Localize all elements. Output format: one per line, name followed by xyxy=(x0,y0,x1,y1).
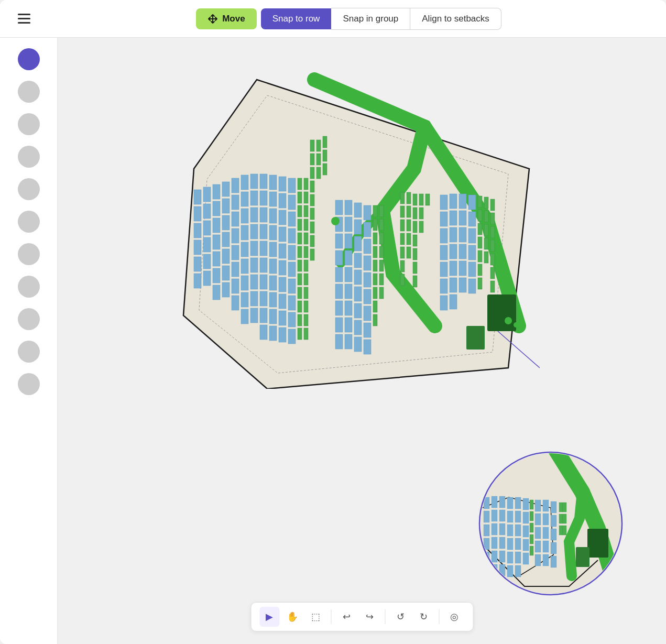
svg-rect-122 xyxy=(354,337,362,352)
move-label: Move xyxy=(222,14,245,24)
select-tool-button[interactable]: ▶ xyxy=(259,607,279,627)
svg-rect-46 xyxy=(241,309,248,324)
svg-rect-37 xyxy=(232,296,239,310)
hamburger-button[interactable] xyxy=(13,7,36,30)
svg-rect-196 xyxy=(323,163,327,175)
rotate-ccw-button[interactable]: ↺ xyxy=(390,607,410,627)
svg-rect-193 xyxy=(316,167,321,179)
sidebar xyxy=(0,38,58,644)
svg-rect-8 xyxy=(194,257,201,271)
svg-rect-299 xyxy=(535,500,541,511)
svg-rect-172 xyxy=(304,205,308,217)
svg-rect-158 xyxy=(298,178,302,190)
undo-button[interactable]: ↩ xyxy=(336,607,356,627)
svg-rect-200 xyxy=(373,246,377,258)
svg-rect-177 xyxy=(304,274,308,285)
svg-rect-117 xyxy=(354,253,362,268)
svg-rect-219 xyxy=(400,274,405,286)
svg-rect-311 xyxy=(551,529,556,540)
svg-rect-83 xyxy=(279,294,286,309)
svg-rect-191 xyxy=(316,140,321,151)
svg-rect-250 xyxy=(490,226,495,238)
svg-rect-103 xyxy=(335,318,343,332)
svg-rect-34 xyxy=(232,245,239,260)
svg-rect-321 xyxy=(559,526,563,535)
sidebar-item-3[interactable] xyxy=(18,113,40,135)
svg-rect-211 xyxy=(379,274,384,285)
svg-rect-11 xyxy=(203,204,211,219)
rotate-cw-button[interactable]: ↻ xyxy=(413,607,433,627)
svg-rect-132 xyxy=(440,195,447,210)
sidebar-item-1[interactable] xyxy=(18,48,40,70)
canvas-area[interactable]: ▶ ✋ ⬚ ↩ ↪ ↺ ↻ xyxy=(58,38,666,644)
svg-rect-94 xyxy=(288,312,296,327)
svg-rect-203 xyxy=(373,287,377,299)
target-button[interactable]: ◎ xyxy=(444,607,464,627)
svg-rect-190 xyxy=(310,249,314,260)
svg-rect-59 xyxy=(260,224,267,239)
svg-rect-163 xyxy=(298,246,302,258)
toolbar-divider-3 xyxy=(439,609,439,624)
svg-rect-228 xyxy=(413,235,417,246)
sidebar-item-6[interactable] xyxy=(18,211,40,233)
svg-rect-53 xyxy=(250,275,258,289)
svg-rect-27 xyxy=(222,249,230,264)
svg-rect-113 xyxy=(345,334,352,349)
sidebar-item-7[interactable] xyxy=(18,243,40,265)
svg-rect-233 xyxy=(419,208,423,219)
svg-rect-57 xyxy=(260,191,267,205)
svg-rect-296 xyxy=(523,526,529,537)
svg-rect-20 xyxy=(213,252,220,266)
svg-rect-93 xyxy=(288,296,296,310)
svg-rect-314 xyxy=(530,500,533,509)
svg-rect-227 xyxy=(413,221,417,233)
svg-rect-323 xyxy=(563,514,566,523)
svg-rect-60 xyxy=(260,241,267,256)
sidebar-item-11[interactable] xyxy=(18,373,40,395)
svg-rect-111 xyxy=(345,301,352,315)
zoom-circle xyxy=(477,450,624,597)
svg-rect-246 xyxy=(484,238,488,249)
svg-rect-290 xyxy=(515,525,521,536)
sidebar-item-2[interactable] xyxy=(18,81,40,103)
svg-rect-241 xyxy=(478,264,482,276)
marquee-tool-button[interactable]: ⬚ xyxy=(305,607,325,627)
svg-rect-320 xyxy=(559,514,563,523)
redo-button[interactable]: ↪ xyxy=(359,607,379,627)
svg-rect-284 xyxy=(507,525,513,536)
svg-rect-194 xyxy=(323,136,327,148)
svg-rect-308 xyxy=(543,554,549,566)
svg-rect-162 xyxy=(298,233,302,244)
svg-rect-56 xyxy=(260,174,267,189)
svg-rect-304 xyxy=(543,500,549,511)
svg-rect-125 xyxy=(364,239,371,254)
align-to-setbacks-button[interactable]: Align to setbacks xyxy=(410,8,501,30)
svg-rect-109 xyxy=(345,267,352,282)
svg-rect-88 xyxy=(288,212,296,226)
svg-rect-2 xyxy=(487,294,516,331)
sidebar-item-5[interactable] xyxy=(18,178,40,200)
toolbar-divider-1 xyxy=(331,609,331,624)
sidebar-item-8[interactable] xyxy=(18,276,40,298)
svg-rect-15 xyxy=(203,271,211,286)
sidebar-item-10[interactable] xyxy=(18,341,40,363)
svg-rect-185 xyxy=(310,181,314,192)
svg-rect-14 xyxy=(203,254,211,269)
svg-rect-30 xyxy=(232,178,239,193)
svg-rect-61 xyxy=(260,258,267,272)
snap-in-group-button[interactable]: Snap in group xyxy=(331,8,410,30)
pan-tool-button[interactable]: ✋ xyxy=(282,607,302,627)
svg-rect-169 xyxy=(298,328,302,340)
svg-rect-213 xyxy=(400,192,405,204)
move-button[interactable]: Move xyxy=(196,8,256,29)
svg-rect-41 xyxy=(241,225,248,240)
sidebar-item-4[interactable] xyxy=(18,146,40,168)
svg-rect-188 xyxy=(310,222,314,233)
svg-rect-247 xyxy=(484,252,488,263)
svg-rect-253 xyxy=(490,267,495,279)
snap-to-row-button[interactable]: Snap to row xyxy=(261,8,332,29)
svg-rect-147 xyxy=(459,211,466,225)
sidebar-item-9[interactable] xyxy=(18,308,40,330)
svg-rect-139 xyxy=(450,194,457,209)
svg-rect-293 xyxy=(515,565,521,577)
